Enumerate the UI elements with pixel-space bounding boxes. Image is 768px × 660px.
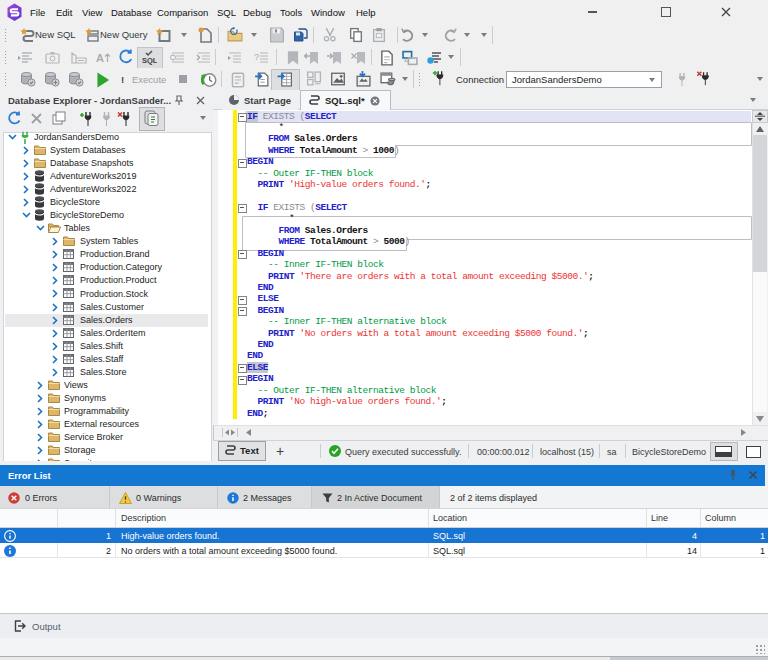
svg-text:?: ? [254,52,259,62]
